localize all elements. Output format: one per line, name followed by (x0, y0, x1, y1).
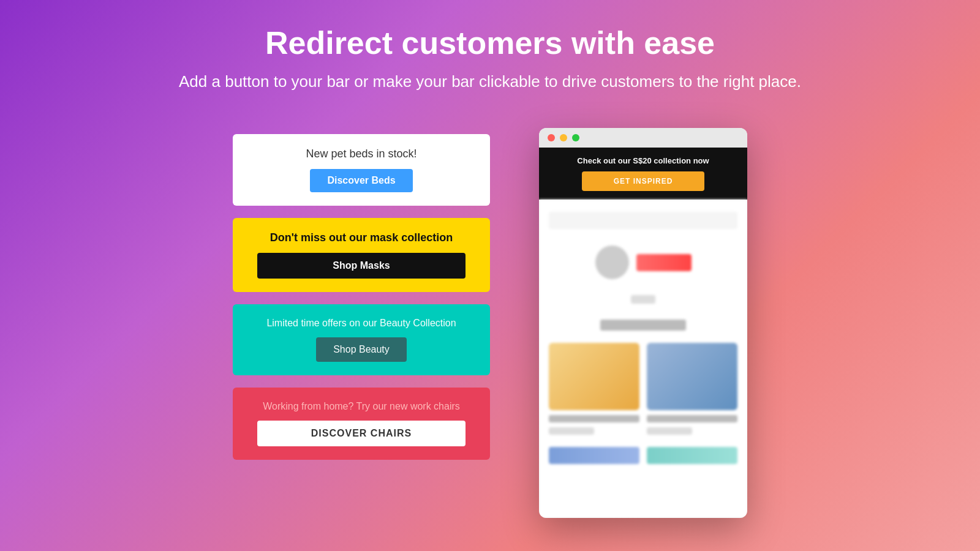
blurred-product-img-1 (549, 343, 639, 410)
page-wrapper: Redirect customers with ease Add a butto… (0, 0, 980, 551)
bar-chairs-text: Working from home? Try our new work chai… (263, 401, 460, 412)
dot-red-icon (548, 134, 555, 141)
browser-titlebar (539, 128, 747, 148)
blurred-footer-item-1 (549, 447, 639, 464)
bar-pets: New pet beds in stock! Discover Beds (233, 134, 490, 206)
bar-pets-button[interactable]: Discover Beds (310, 169, 412, 192)
blurred-avatar-icon (595, 246, 629, 279)
blurred-section-title (600, 320, 686, 331)
bar-chairs-button[interactable]: DISCOVER CHAIRS (257, 421, 466, 446)
browser-content (539, 200, 747, 518)
bar-masks-text: Don't miss out our mask collection (270, 231, 453, 244)
blurred-logo-area (595, 246, 692, 279)
blurred-product-name-2 (647, 415, 737, 422)
blurred-product-card-1 (549, 343, 639, 435)
blurred-footer-row (549, 447, 737, 464)
bar-beauty-text: Limited time offers on our Beauty Collec… (266, 318, 456, 329)
bar-beauty-button[interactable]: Shop Beauty (316, 337, 407, 362)
blurred-product-card-2 (647, 343, 737, 435)
blurred-product-name-1 (549, 415, 639, 422)
bar-masks-button[interactable]: Shop Masks (257, 253, 466, 279)
browser-notification-bar: Check out our S$20 collection now GET IN… (539, 148, 747, 200)
dot-green-icon (572, 134, 579, 141)
blurred-product-price-2 (647, 427, 692, 435)
browser-content-inner (539, 200, 747, 476)
blurred-footer-item-2 (647, 447, 737, 464)
content-area: New pet beds in stock! Discover Beds Don… (0, 122, 980, 518)
subtitle: Add a button to your bar or make your ba… (179, 72, 801, 91)
main-title: Redirect customers with ease (265, 24, 715, 61)
browser-notif-button[interactable]: GET INSPIRED (582, 171, 704, 191)
blurred-products (549, 343, 737, 435)
blurred-nav (631, 295, 655, 304)
browser-notif-text: Check out our S$20 collection now (551, 156, 735, 165)
bar-masks: Don't miss out our mask collection Shop … (233, 218, 490, 292)
bar-chairs: Working from home? Try our new work chai… (233, 388, 490, 460)
blurred-product-img-2 (647, 343, 737, 410)
bars-column: New pet beds in stock! Discover Beds Don… (233, 134, 490, 460)
bar-pets-text: New pet beds in stock! (306, 148, 417, 160)
bar-beauty: Limited time offers on our Beauty Collec… (233, 304, 490, 375)
browser-mockup: Check out our S$20 collection now GET IN… (539, 128, 747, 518)
blurred-toolbar (549, 212, 737, 229)
blurred-logo-text (636, 254, 692, 271)
blurred-product-price-1 (549, 427, 594, 435)
dot-yellow-icon (560, 134, 567, 141)
